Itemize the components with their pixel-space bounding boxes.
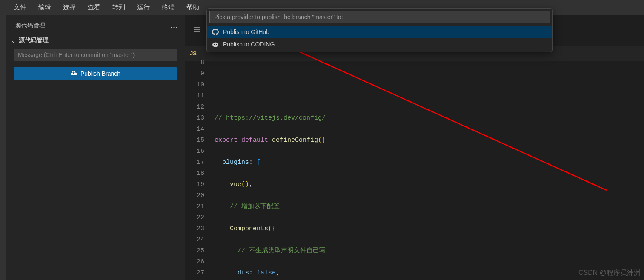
code-content[interactable]: // https://vitejs.dev/config/ export def… [215,57,644,280]
chevron-down-icon: ⌄ [9,37,17,44]
menu-selection[interactable]: 选择 [57,0,82,15]
quick-pick-item-coding[interactable]: Publish to CODING [207,38,552,50]
menu-go[interactable]: 转到 [106,0,131,15]
github-icon [212,29,219,35]
menu-view[interactable]: 查看 [82,0,106,15]
scm-section-label: 源代码管理 [19,37,49,44]
quick-pick-item-label: Publish to GitHub [223,29,269,35]
source-control-sidebar: 源代码管理 ... ⌄ 源代码管理 Publish Branch [6,15,185,280]
tab-file-label[interactable]: JS [190,50,197,57]
svg-point-3 [212,42,218,47]
menu-file[interactable]: 文件 [8,0,32,15]
menu-run[interactable]: 运行 [131,0,156,15]
split-editor-icon[interactable] [193,27,201,34]
menu-help[interactable]: 帮助 [180,0,205,15]
quick-pick-input[interactable] [209,11,550,23]
publish-branch-button[interactable]: Publish Branch [14,67,177,80]
scm-section-header[interactable]: ⌄ 源代码管理 [6,35,185,49]
cloud-upload-icon [70,70,77,78]
publish-branch-label: Publish Branch [80,70,120,77]
menu-terminal[interactable]: 终端 [156,0,180,15]
quick-pick-panel: Publish to GitHub Publish to CODING [206,8,553,52]
sidebar-header: 源代码管理 ... [6,17,185,35]
sidebar-title: 源代码管理 [15,22,45,29]
more-actions-icon[interactable]: ... [170,21,178,30]
quick-pick-item-github[interactable]: Publish to GitHub [207,26,552,38]
svg-point-4 [214,44,215,45]
coding-icon [212,41,219,48]
editor-area: JS 8910111213141516171819202122232425262… [185,15,644,280]
commit-message-input[interactable] [14,49,177,61]
svg-point-5 [216,44,217,45]
content-area: 源代码管理 ... ⌄ 源代码管理 Publish Branch JS 8910… [0,15,644,280]
editor-body[interactable]: 89101112131415161718192021222324252627 /… [185,57,644,280]
activity-bar [0,15,6,280]
line-number-gutter: 89101112131415161718192021222324252627 [185,57,215,280]
quick-pick-item-label: Publish to CODING [223,41,275,48]
menu-edit[interactable]: 编辑 [32,0,57,15]
watermark: CSDN @程序员洲洲 [578,269,641,277]
sidebar-actions: ... [170,21,178,30]
